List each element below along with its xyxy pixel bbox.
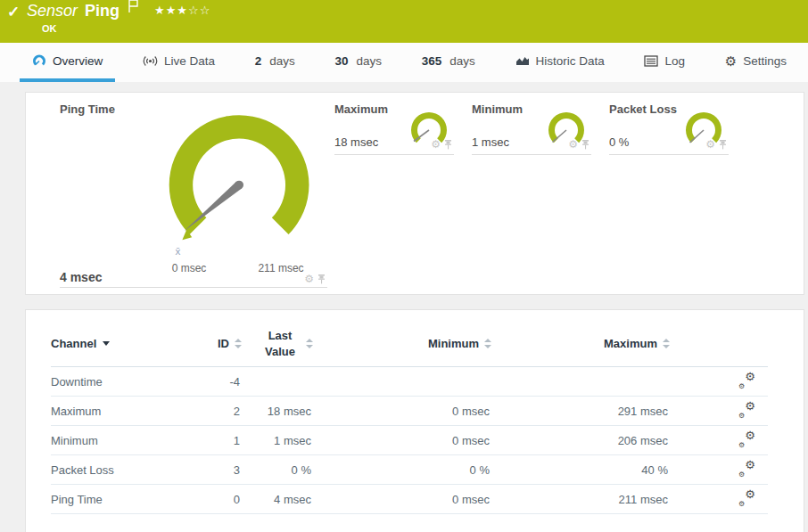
gauge-icon (32, 54, 46, 68)
channel-name[interactable]: Ping Time (51, 493, 176, 506)
priority-stars[interactable]: ★★★☆☆ (154, 4, 210, 17)
channel-minimum: 0 msec (313, 434, 491, 447)
primary-gauge-block: Ping Time x̄ 0 msec 211 msec 4 msec ⚙ (60, 99, 327, 288)
column-header-last-value[interactable]: Last Value (242, 328, 313, 359)
pin-icon[interactable] (719, 140, 727, 150)
mini-gauge-minimum: Minimum 1 msec ⚙ (472, 99, 591, 155)
tab-2-days[interactable]: 2 days (243, 43, 308, 82)
mini-gauge-value: 0 % (609, 135, 629, 149)
tab-live-data-label: Live Data (164, 54, 215, 68)
tab-2-days-unit: days (269, 54, 295, 68)
mini-gauge-title: Packet Loss (609, 102, 677, 116)
gauge-settings-gear-icon[interactable]: ⚙ (304, 274, 314, 284)
tab-settings[interactable]: ⚙ Settings (713, 43, 799, 82)
pin-icon[interactable] (581, 140, 590, 150)
channel-maximum: 211 msec (491, 493, 670, 506)
channel-name[interactable]: Minimum (51, 434, 176, 447)
ping-time-gauge: x̄ (156, 106, 331, 268)
gauges-panel: Ping Time x̄ 0 msec 211 msec 4 msec ⚙ Ma… (25, 92, 804, 295)
channel-id: -4 (176, 375, 242, 389)
tab-historic-data-label: Historic Data (536, 54, 605, 68)
column-header-last-value-label: Last Value (260, 328, 301, 359)
column-header-maximum-label: Maximum (604, 337, 657, 350)
channel-settings-icon[interactable]: ⚙⚙ (738, 374, 755, 389)
average-marker: x̄ (176, 245, 181, 257)
tab-30-days[interactable]: 30 days (322, 43, 394, 82)
channel-last-value: 18 msec (242, 405, 313, 418)
tab-overview[interactable]: Overview (20, 43, 115, 82)
channel-id: 2 (176, 405, 242, 418)
column-header-channel[interactable]: Channel (51, 337, 176, 350)
channel-maximum: 291 msec (491, 405, 670, 418)
stars-filled: ★★★ (154, 4, 188, 17)
channels-table-panel: Channel ID Last Value Minimum Maximum Do… (25, 309, 804, 532)
channel-minimum: 0 msec (313, 405, 491, 418)
mini-gauge-title: Maximum (334, 102, 388, 116)
channel-maximum: 206 msec (491, 434, 670, 447)
gauge-settings-gear-icon[interactable]: ⚙ (431, 139, 441, 150)
tab-historic-data[interactable]: Historic Data (503, 43, 617, 82)
tab-overview-label: Overview (53, 54, 103, 68)
log-icon (644, 55, 658, 67)
channel-settings-icon[interactable]: ⚙⚙ (738, 404, 755, 419)
channel-settings-icon[interactable]: ⚙⚙ (738, 492, 755, 507)
sensor-type-label: Sensor (27, 2, 78, 20)
channel-id: 1 (176, 434, 242, 447)
column-header-maximum[interactable]: Maximum (491, 337, 670, 350)
mini-gauge-maximum: Maximum 18 msec ⚙ (334, 99, 454, 155)
channel-settings-icon[interactable]: ⚙⚙ (738, 433, 755, 448)
table-header-row: Channel ID Last Value Minimum Maximum (51, 328, 768, 367)
sort-icon (484, 339, 491, 348)
gauge-scale-max: 211 msec (252, 262, 309, 274)
channel-name[interactable]: Packet Loss (51, 463, 176, 477)
tab-365-days-number: 365 (422, 54, 442, 68)
primary-gauge-title: Ping Time (60, 102, 115, 116)
channel-minimum: 0 % (313, 463, 491, 477)
channel-name[interactable]: Downtime (51, 375, 176, 389)
tab-log[interactable]: Log (631, 43, 697, 82)
tab-live-data[interactable]: Live Data (130, 43, 227, 82)
tab-365-days-unit: days (449, 54, 475, 68)
tab-2-days-number: 2 (255, 54, 262, 68)
channel-name[interactable]: Maximum (51, 405, 176, 418)
ok-check-icon: ✓ (7, 3, 20, 21)
mini-gauge-packet-loss: Packet Loss 0 % ⚙ (609, 99, 729, 155)
sensor-name: Ping (85, 2, 120, 20)
tab-settings-label: Settings (743, 54, 787, 68)
table-body: Downtime -4 ⚙⚙ Maximum 2 18 msec 0 msec … (51, 367, 768, 514)
sort-icon (306, 339, 313, 348)
channel-last-value: 4 msec (242, 493, 313, 506)
table-row: Minimum 1 1 msec 0 msec 206 msec ⚙⚙ (51, 426, 768, 455)
live-data-icon (143, 54, 158, 68)
tab-30-days-number: 30 (334, 54, 348, 68)
column-header-id[interactable]: ID (176, 337, 242, 350)
area-chart-icon (515, 54, 530, 67)
gauge-settings-gear-icon[interactable]: ⚙ (568, 139, 578, 150)
tab-bar: Overview Live Data 2 days 30 days 365 da… (0, 43, 808, 82)
channel-maximum: 40 % (491, 463, 670, 477)
pin-icon[interactable] (317, 274, 326, 284)
column-header-minimum[interactable]: Minimum (313, 337, 491, 350)
column-header-channel-label: Channel (51, 337, 96, 350)
channel-minimum: 0 msec (313, 493, 491, 506)
tab-365-days[interactable]: 365 days (409, 43, 488, 82)
mini-gauge-value: 1 msec (472, 135, 509, 149)
stars-empty: ☆☆ (188, 4, 210, 17)
sort-icon (235, 339, 242, 348)
column-header-id-label: ID (218, 337, 229, 350)
table-row: Ping Time 0 4 msec 0 msec 211 msec ⚙⚙ (51, 485, 768, 514)
channel-settings-icon[interactable]: ⚙⚙ (738, 462, 755, 478)
channel-id: 0 (176, 493, 242, 506)
tab-log-label: Log (664, 54, 685, 68)
sort-icon (663, 339, 670, 348)
channel-id: 3 (176, 463, 242, 477)
sensor-status-bar: ✓ Sensor Ping ★★★☆☆ OK (0, 0, 808, 43)
flag-icon[interactable] (128, 0, 138, 16)
mini-gauge-title: Minimum (472, 102, 523, 116)
pin-icon[interactable] (444, 140, 452, 150)
mini-gauge-value: 18 msec (334, 135, 378, 149)
gauge-settings-gear-icon[interactable]: ⚙ (705, 139, 715, 150)
column-header-minimum-label: Minimum (428, 337, 479, 350)
table-row: Packet Loss 3 0 % 0 % 40 % ⚙⚙ (51, 455, 768, 485)
chevron-down-icon (103, 341, 110, 346)
